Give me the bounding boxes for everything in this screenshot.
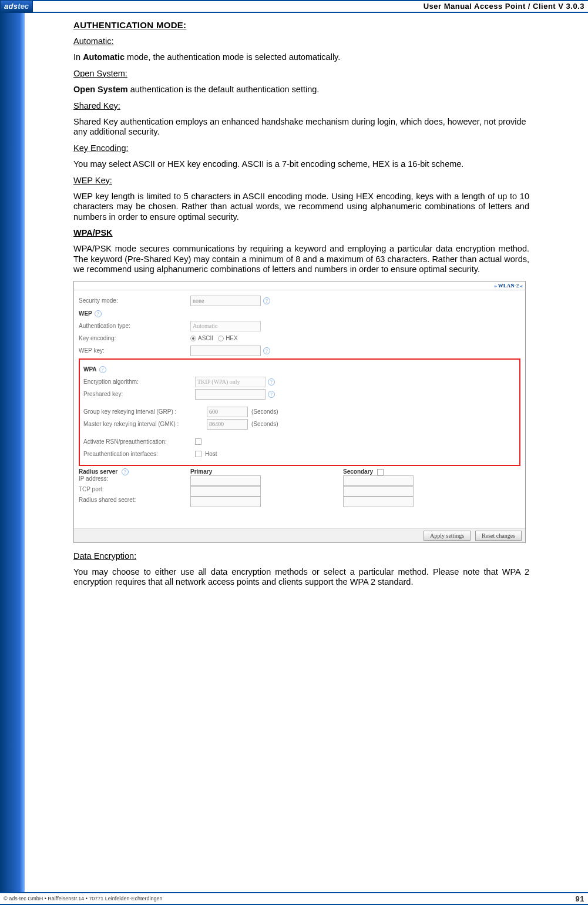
row-enc-alg: Encryption algorithm: TKIP (WPA) only ? (83, 377, 516, 387)
checkbox-rsn[interactable] (195, 438, 201, 445)
txt: authentication is the default authentica… (128, 85, 320, 94)
wpa-highlight-box: WPA ? Encryption algorithm: TKIP (WPA) o… (79, 358, 520, 466)
lbl-seconds: (Seconds) (251, 421, 278, 427)
row-gmk: Master key rekeying interval (GMK) : (Se… (83, 419, 516, 430)
p-wpapsk: WPA/PSK mode secures communications by r… (73, 244, 529, 274)
input-tcp-secondary[interactable] (343, 486, 414, 497)
lbl-ip: IP address: (79, 475, 190, 486)
select-enc-alg[interactable]: TKIP (WPA) only (195, 377, 266, 387)
section-wpa: WPA ? (83, 364, 516, 375)
sub-wep-key: WEP Key: (73, 176, 529, 186)
shot-breadcrumb: » WLAN-2 « (74, 281, 525, 290)
row-security-mode: Security mode: none ? (79, 296, 520, 306)
help-icon[interactable]: ? (122, 468, 129, 475)
lbl-host: Host (205, 451, 217, 457)
top-bar: adstec User Manual Access Point / Client… (0, 0, 588, 13)
col-secondary: Secondary (343, 468, 496, 475)
txt-bold: Automatic (83, 52, 125, 62)
lbl-radius: Radius server (79, 468, 117, 475)
heading-wpapsk: WPA/PSK (73, 228, 529, 238)
lbl-tcp: TCP port: (79, 486, 190, 497)
lbl-enc-alg: Encryption algorithm: (83, 378, 195, 385)
txt: mode, the authentication mode is selecte… (125, 52, 340, 62)
checkbox-secondary[interactable] (377, 469, 384, 475)
radio-dot-icon (190, 336, 196, 341)
p-shared-key: Shared Key authentication employs an enh… (73, 117, 529, 138)
radio-label: HEX (226, 335, 238, 341)
txt: In (73, 52, 83, 62)
logo-text-tec: tec (18, 0, 29, 13)
document-title: User Manual Access Point / Client V 3.0.… (424, 1, 584, 12)
lbl-wep-key: WEP key: (79, 347, 190, 354)
row-grp: Group key rekeying interval (GRP) : (Sec… (83, 407, 516, 417)
left-rail (0, 13, 25, 892)
p-automatic: In Automatic mode, the authentication mo… (73, 52, 529, 62)
row-secret: Radius shared secret: (79, 497, 520, 507)
radio-hex[interactable]: HEX (218, 335, 238, 341)
help-icon[interactable]: ? (268, 378, 275, 386)
row-tcp: TCP port: (79, 486, 520, 497)
lbl-rsn: Activate RSN/preauthentication: (83, 438, 195, 445)
sub-data-encryption: Data Encryption: (73, 551, 529, 561)
sub-automatic: Automatic: (73, 36, 529, 46)
p-wep-key: WEP key length is limited to 5 character… (73, 192, 529, 222)
help-icon[interactable]: ? (268, 391, 275, 398)
input-ip-primary[interactable] (190, 475, 261, 486)
row-preauth-if: Preauthentication interfaces: Host (83, 449, 516, 460)
select-auth-type[interactable]: Automatic (190, 321, 261, 331)
checkbox-host[interactable] (195, 451, 201, 457)
input-grp[interactable] (207, 407, 248, 417)
logo-text-ads: ads (4, 0, 18, 13)
input-secret-primary[interactable] (190, 497, 261, 507)
section-wep: WEP ? (79, 309, 520, 319)
shot-pane: Security mode: none ? WEP ? Authenticati… (74, 290, 525, 528)
lbl-preshared: Preshared key: (83, 391, 195, 397)
lbl-gmk: Master key rekeying interval (GMK) : (83, 421, 207, 427)
lbl-wep: WEP (79, 310, 92, 317)
input-gmk[interactable] (207, 419, 248, 430)
reset-button[interactable]: Reset changes (475, 531, 522, 541)
select-security-mode[interactable]: none (190, 296, 261, 306)
radio-ascii[interactable]: ASCII (190, 335, 213, 341)
help-icon[interactable]: ? (99, 366, 106, 373)
txt-bold: Open System (73, 85, 128, 94)
button-bar: Apply settings Reset changes (74, 528, 525, 542)
lbl-secret: Radius shared secret: (79, 497, 190, 507)
lbl-seconds: (Seconds) (251, 408, 278, 415)
lbl-grp: Group key rekeying interval (GRP) : (83, 408, 207, 415)
sub-key-encoding: Key Encoding: (73, 143, 529, 153)
sub-shared-key: Shared Key: (73, 101, 529, 111)
lbl-auth-type: Authentication type: (79, 323, 190, 329)
row-wep-key: WEP key: ? (79, 346, 520, 356)
lbl-key-encoding: Key encoding: (79, 335, 190, 341)
footer-bar: © ads-tec GmbH • Raiffeisenstr.14 • 7077… (0, 892, 588, 905)
row-auth-type: Authentication type: Automatic (79, 321, 520, 331)
help-icon[interactable]: ? (263, 297, 270, 304)
lbl-secondary: Secondary (343, 468, 373, 475)
help-icon[interactable]: ? (263, 347, 270, 354)
help-icon[interactable]: ? (95, 310, 102, 317)
lbl-wpa: WPA (83, 366, 97, 373)
col-primary: Primary (190, 468, 343, 475)
sub-open-system: Open System: (73, 69, 529, 79)
input-ip-secondary[interactable] (343, 475, 414, 486)
p-open-system: Open System authentication is the defaul… (73, 85, 529, 95)
body-content: AUTHENTICATION MODE: Automatic: In Autom… (73, 13, 529, 588)
row-key-encoding: Key encoding: ASCII HEX (79, 333, 520, 344)
apply-button[interactable]: Apply settings (424, 531, 471, 541)
section-radius: Radius server ? (79, 468, 190, 475)
input-preshared[interactable] (195, 389, 266, 400)
header-rail: User Manual Access Point / Client V 3.0.… (33, 0, 588, 13)
p-key-encoding: You may select ASCII or HEX key encoding… (73, 159, 529, 169)
radio-label: ASCII (198, 335, 213, 341)
row-rsn: Activate RSN/preauthentication: (83, 437, 516, 447)
brand-logo: adstec (0, 0, 33, 13)
row-ip: IP address: (79, 475, 520, 486)
radius-header: Radius server ? Primary Secondary (79, 468, 520, 475)
wlan-config-screenshot: » WLAN-2 « Security mode: none ? WEP ? A… (73, 281, 526, 543)
input-tcp-primary[interactable] (190, 486, 261, 497)
row-preshared: Preshared key: ? (83, 389, 516, 400)
manual-page: adstec User Manual Access Point / Client… (0, 0, 588, 905)
input-secret-secondary[interactable] (343, 497, 414, 507)
input-wep-key[interactable] (190, 346, 261, 356)
